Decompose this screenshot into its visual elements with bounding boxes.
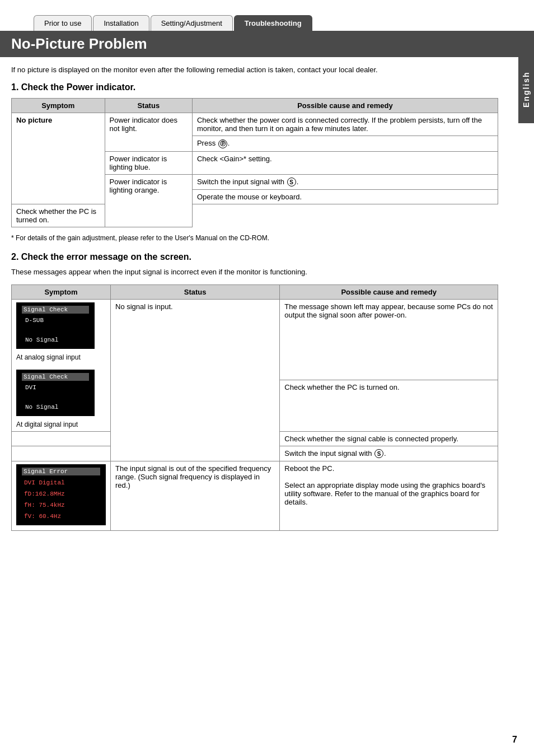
signal-error-header: Signal Error: [22, 468, 100, 475]
cell-remedy-switch: Switch the input signal with S.: [192, 174, 498, 190]
section1-heading: 1. Check the Power indicator.: [11, 82, 498, 92]
table-row: No picture Power indicator does not ligh…: [12, 113, 498, 136]
col-status: Status: [105, 99, 192, 113]
cell-remedy-message: The message shown left may appear, becau…: [280, 300, 498, 380]
cell-remedy-cable: Check whether the signal cable is connec…: [280, 431, 498, 446]
cell-remedy-pc-on: Check whether the PC is turned on.: [12, 204, 105, 227]
tab-troubleshooting[interactable]: Troubleshooting: [234, 15, 312, 31]
cell-signal-check-displays: Signal Check D-SUB No Signal At analog s…: [12, 300, 111, 432]
signal-box-digital: Signal Check DVI No Signal: [16, 370, 95, 416]
signal-header-check: Signal Check: [22, 306, 89, 314]
signal-body-analog: D-SUB No Signal: [22, 316, 89, 346]
signal-body-digital: DVI No Signal: [22, 383, 89, 413]
col2-symptom: Symptom: [12, 285, 111, 300]
col2-status: Status: [111, 285, 280, 300]
side-language-label: English: [518, 56, 534, 123]
section2-heading: 2. Check the error message on the screen…: [11, 252, 498, 262]
cell-signal-check-empty2: [12, 446, 111, 461]
signal-error-body: DVI Digital fD:162.8MHz fH: 75.4kHz fV: …: [22, 478, 100, 522]
section2-table: Symptom Status Possible cause and remedy…: [11, 284, 498, 531]
tab-label: Prior to use: [44, 19, 81, 27]
signal-header-dvi: Signal Check: [22, 373, 89, 381]
analog-label: At analog signal input: [16, 353, 106, 361]
signal-error-box: Signal Error DVI Digital fD:162.8MHz fH:…: [16, 464, 106, 525]
table-row: Signal Check D-SUB No Signal At analog s…: [12, 300, 498, 380]
table-row: Signal Error DVI Digital fD:162.8MHz fH:…: [12, 461, 498, 531]
cell-status-blue: Power indicator is lighting blue.: [105, 151, 192, 174]
power-icon: ⓟ: [218, 139, 227, 148]
cell-remedy-mouse: Operate the mouse or keyboard.: [192, 190, 498, 204]
section2-intro: These messages appear when the input sig…: [11, 268, 498, 276]
tab-label: Troubleshooting: [245, 19, 302, 27]
cell-remedy-gain: Check <Gain>* setting.: [192, 151, 498, 174]
cell-signal-error-display: Signal Error DVI Digital fD:162.8MHz fH:…: [12, 461, 111, 531]
nav-tabs: Prior to use Installation Setting/Adjust…: [0, 6, 534, 31]
cell-status-no-light: Power indicator does not light.: [105, 113, 192, 152]
tab-setting-adjustment[interactable]: Setting/Adjustment: [151, 15, 233, 31]
col2-remedy: Possible cause and remedy: [280, 285, 498, 300]
main-content: If no picture is displayed on the monito…: [0, 57, 515, 549]
tab-prior-to-use[interactable]: Prior to use: [34, 15, 92, 31]
cell-symptom-no-picture: No picture: [12, 113, 105, 204]
page-title: No-Picture Problem: [0, 31, 534, 57]
cell-signal-check-empty: [12, 431, 111, 446]
cell-remedy-reboot: Reboot the PC. Select an appropriate dis…: [280, 461, 498, 531]
intro-text: If no picture is displayed on the monito…: [11, 66, 498, 74]
table-row: Check whether the PC is turned on.: [12, 204, 498, 227]
page-number: 7: [512, 735, 517, 745]
cell-status-freq: The input signal is out of the specified…: [111, 461, 280, 531]
signal-box-analog: Signal Check D-SUB No Signal: [16, 302, 95, 349]
tab-label: Setting/Adjustment: [161, 19, 222, 27]
signal-switch-icon2: S: [374, 449, 383, 458]
section1-table: Symptom Status Possible cause and remedy…: [11, 98, 498, 227]
signal-switch-icon: S: [287, 178, 296, 186]
cell-remedy-press: Press ⓟ.: [192, 136, 498, 152]
cell-status-orange: Power indicator is lighting orange.: [105, 174, 192, 227]
digital-label: At digital signal input: [16, 421, 106, 428]
cell-remedy-pc-check: Check whether the PC is turned on.: [280, 380, 498, 431]
tab-installation[interactable]: Installation: [93, 15, 149, 31]
cell-status-no-signal: No signal is input.: [111, 300, 280, 461]
tab-label: Installation: [104, 19, 138, 27]
cell-remedy-cord: Check whether the power cord is connecte…: [192, 113, 498, 136]
footnote: * For details of the gain adjustment, pl…: [11, 234, 498, 242]
cell-remedy-switch2: Switch the input signal with S.: [280, 446, 498, 461]
col-remedy: Possible cause and remedy: [192, 99, 498, 113]
col-symptom: Symptom: [12, 99, 105, 113]
